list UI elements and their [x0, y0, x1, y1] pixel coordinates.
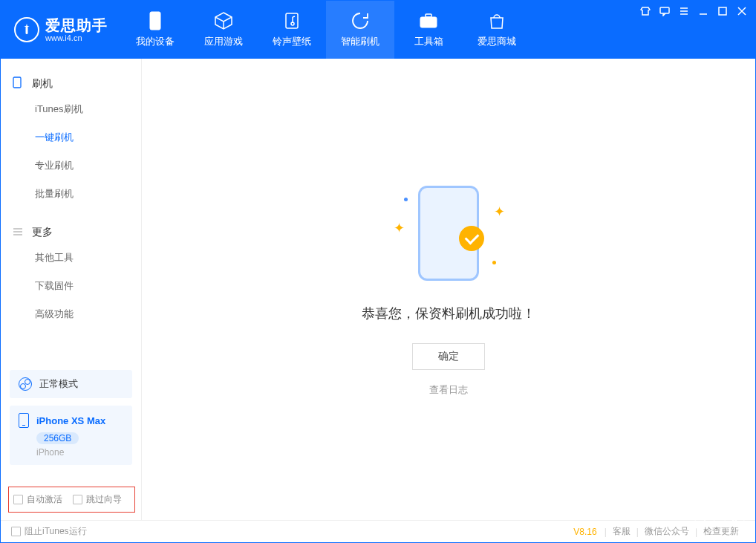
- download-icon[interactable]: [694, 513, 715, 533]
- footer-link-wechat[interactable]: 微信公众号: [639, 525, 695, 538]
- briefcase-icon: [419, 11, 438, 30]
- refresh-icon: [351, 11, 370, 30]
- side-item-itunes-flash[interactable]: iTunes刷机: [1, 95, 141, 123]
- device-type: iPhone: [36, 447, 123, 458]
- window-controls: [639, 5, 748, 17]
- minimize-icon[interactable]: [697, 5, 709, 17]
- nav-apps-games[interactable]: 应用游戏: [189, 1, 258, 59]
- version-label: V8.16: [573, 527, 596, 537]
- confirm-button[interactable]: 确定: [412, 343, 485, 370]
- side-group-more: 更多 其他工具 下载固件 高级功能: [1, 221, 141, 328]
- svg-rect-2: [286, 13, 298, 28]
- svg-rect-8: [13, 77, 21, 88]
- checkbox-icon: [11, 527, 21, 536]
- svg-rect-6: [719, 7, 726, 15]
- dot-icon: [492, 261, 496, 264]
- dot-icon: [404, 198, 408, 201]
- maximize-icon[interactable]: [717, 5, 729, 17]
- skin-icon[interactable]: [639, 5, 651, 17]
- svg-rect-5: [660, 7, 669, 13]
- main-content: ✦ ✦ 恭喜您，保资料刷机成功啦！ 确定 查看日志: [142, 59, 755, 520]
- side-item-download-firmware[interactable]: 下载固件: [1, 272, 141, 300]
- nav-ringtones[interactable]: 铃声壁纸: [258, 1, 326, 59]
- header-right: [694, 513, 745, 533]
- close-icon[interactable]: [736, 5, 748, 17]
- header: 爱思助手 www.i4.cn 我的设备 应用游戏 铃声壁纸 智能刷机: [1, 1, 755, 59]
- nav: 我的设备 应用游戏 铃声壁纸 智能刷机 工具箱 爱思商城: [121, 1, 531, 59]
- device-icon: [19, 413, 29, 428]
- block-itunes-checkbox[interactable]: 阻止iTunes运行: [11, 525, 87, 538]
- sparkle-icon: ✦: [394, 220, 405, 236]
- mode-card[interactable]: 正常模式: [10, 370, 132, 398]
- app-window: 爱思助手 www.i4.cn 我的设备 应用游戏 铃声壁纸 智能刷机: [0, 0, 756, 543]
- body: 刷机 iTunes刷机 一键刷机 专业刷机 批量刷机 更多 其他工具 下载固件: [1, 59, 755, 520]
- device-name: iPhone XS Max: [36, 415, 105, 426]
- brand-url: www.i4.cn: [45, 33, 108, 42]
- side-group-flash: 刷机 iTunes刷机 一键刷机 专业刷机 批量刷机: [1, 72, 141, 208]
- side-item-batch-flash[interactable]: 批量刷机: [1, 180, 141, 208]
- checkbox-icon: [73, 495, 82, 504]
- success-message: 恭喜您，保资料刷机成功啦！: [362, 305, 535, 322]
- feedback-icon[interactable]: [659, 5, 671, 17]
- svg-point-7: [733, 520, 737, 524]
- check-badge-icon: [459, 226, 484, 251]
- footer: 阻止iTunes运行 V8.16 | 客服 | 微信公众号 | 检查更新: [1, 520, 755, 542]
- side-item-advanced[interactable]: 高级功能: [1, 300, 141, 328]
- option-auto-activate[interactable]: 自动激活: [13, 493, 62, 506]
- user-icon[interactable]: [724, 513, 745, 533]
- side-header-flash[interactable]: 刷机: [1, 72, 141, 95]
- options-box: 自动激活 跳过向导: [8, 487, 135, 513]
- phone-small-icon: [13, 77, 25, 91]
- side-item-pro-flash[interactable]: 专业刷机: [1, 152, 141, 180]
- option-skip-wizard[interactable]: 跳过向导: [73, 493, 122, 506]
- side-item-one-click-flash[interactable]: 一键刷机: [1, 123, 141, 152]
- brand-name: 爱思助手: [45, 17, 108, 33]
- phone-icon: [146, 11, 165, 30]
- checkbox-icon: [13, 495, 23, 504]
- view-log-link[interactable]: 查看日志: [429, 383, 468, 397]
- logo-icon: [14, 17, 39, 42]
- device-card[interactable]: iPhone XS Max 256GB iPhone: [10, 406, 132, 465]
- cube-icon: [214, 11, 233, 30]
- list-icon: [13, 227, 25, 238]
- menu-icon[interactable]: [678, 5, 690, 17]
- svg-rect-3: [420, 17, 437, 27]
- logo: 爱思助手 www.i4.cn: [1, 1, 121, 59]
- success-illustration: ✦ ✦: [382, 183, 515, 287]
- device-panel: 正常模式 iPhone XS Max 256GB iPhone: [10, 370, 132, 465]
- footer-link-support[interactable]: 客服: [607, 525, 636, 538]
- nav-store[interactable]: 爱思商城: [463, 1, 531, 59]
- nav-my-device[interactable]: 我的设备: [121, 1, 189, 59]
- sparkle-icon: ✦: [494, 204, 505, 220]
- side-item-other-tools[interactable]: 其他工具: [1, 244, 141, 272]
- svg-rect-4: [426, 14, 431, 17]
- mode-label: 正常模式: [39, 377, 78, 391]
- sidebar: 刷机 iTunes刷机 一键刷机 专业刷机 批量刷机 更多 其他工具 下载固件: [1, 59, 142, 520]
- svg-rect-1: [150, 12, 160, 30]
- svg-rect-0: [26, 27, 28, 35]
- music-note-icon: [282, 11, 302, 30]
- mode-icon: [19, 377, 32, 391]
- nav-smart-flash[interactable]: 智能刷机: [326, 1, 394, 59]
- nav-toolbox[interactable]: 工具箱: [394, 1, 463, 59]
- device-capacity: 256GB: [36, 432, 79, 444]
- bag-icon: [487, 11, 506, 30]
- side-header-more[interactable]: 更多: [1, 221, 141, 244]
